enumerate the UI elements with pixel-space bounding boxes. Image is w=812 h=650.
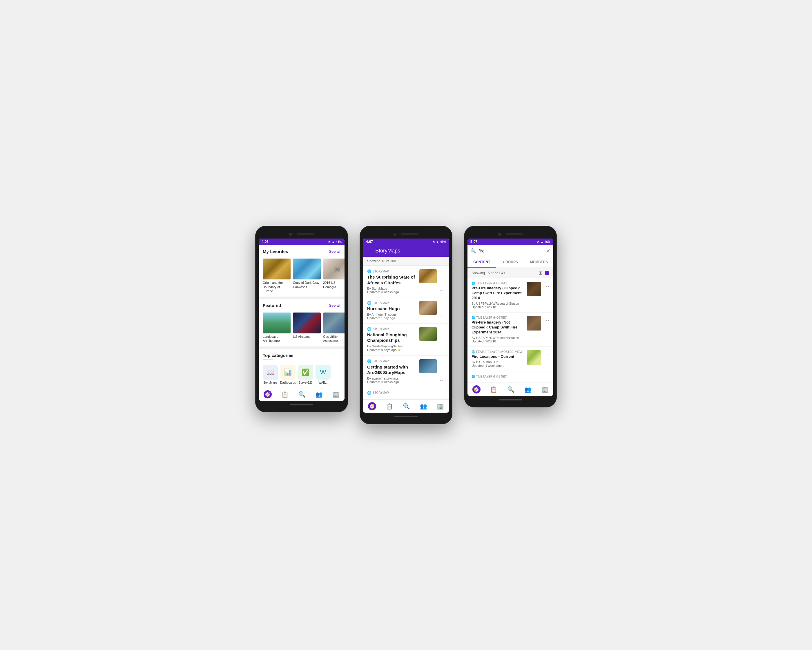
featured-underline [263,310,273,310]
story-author-4: By acarroll_storymaps [367,377,417,380]
featured-item-3[interactable]: Gas Utility Assessme... [323,312,345,343]
tab-content[interactable]: CONTENT [467,257,496,268]
phone-2-top [363,230,449,239]
search-input[interactable]: fire [478,247,546,254]
nav-content[interactable]: 📋 [281,391,288,398]
phone-1-top [259,230,345,239]
story-updated-4: Updated: 4 weeks ago [367,380,417,384]
nav-explore-2[interactable]: 🧭 [368,402,376,410]
cat-item-4[interactable]: W WAB... [316,365,331,384]
explore-icon-2: 🧭 [368,402,376,410]
wab-icon-box: W [316,365,331,380]
story-item-1[interactable]: 🌐 STORYMAP The Surprising State of Afric… [363,266,449,297]
nav-search[interactable]: 🔍 [298,391,306,398]
result-content-1: 🌐 TILE LAYER (HOSTED) Pre-Fire Imagery (… [472,282,524,309]
search-bar: 🔍 fire ✕ [467,245,553,257]
globe-icon-2: 🌐 [367,301,371,305]
nav-explore-3[interactable]: 🧭 [472,385,481,393]
filter-badge: 1 [545,271,549,275]
groups-icon: 👥 [316,391,323,398]
home-bar-1 [290,404,313,405]
fav-label-3: 2016 US Demogra... [323,281,345,289]
nav-content-2[interactable]: 📋 [386,403,393,410]
result-item-2[interactable]: 🌐 TILE LAYER (HOSTED) Pre-Fire Imagery (… [467,312,553,347]
phone-2: 4:07 ☀ ▲ 43% ← StoryMaps Showing 16 of 1… [360,226,452,424]
dashboards-icon: 📊 [284,369,292,376]
content-icon: 📋 [281,391,288,398]
wifi-icon: ▲ [332,240,335,243]
search-icon-3: 🔍 [507,386,514,393]
phone-1-screen: 4:03 ☀ ▲ 44% My favorites See all [259,239,345,401]
story-item-4[interactable]: 🌐 STORYMAP Getting started with ArcGIS S… [363,356,449,387]
survey-icon-box: ✅ [298,365,313,380]
groups-icon-3: 👥 [524,386,531,393]
featured-item-2[interactable]: US Airspace [293,312,321,343]
categories-section-header: Top categories [259,349,345,359]
city-thumbnail [293,258,321,280]
tab-members[interactable]: MEMBERS [525,257,553,268]
explore-icon-3: 🧭 [472,385,481,393]
cat-item-3[interactable]: ✅ Survey123 [298,365,313,384]
nav-org-3[interactable]: 🏢 [541,386,548,393]
nav-groups-2[interactable]: 👥 [420,403,427,410]
storymaps-header: ← StoryMaps [363,245,449,257]
storymaps-icon: 📖 [267,369,274,376]
status-icons-1: ☀ ▲ 44% [328,240,342,243]
nav-org-2[interactable]: 🏢 [437,403,444,410]
nav-explore[interactable]: 🧭 [264,390,272,398]
cat-label-3: Survey123 [299,381,313,384]
verified-icon-3: ✓ [502,364,505,368]
phone-2-bottom [363,413,449,418]
result-type-row-4: 🌐 TILE LAYER (HOSTED) [472,375,549,378]
status-time-2: 4:07 [366,240,373,244]
status-bar-3: 5:07 ☀ ▲ 46% [467,239,553,245]
story-title-2: Hurricane Hugo [367,306,417,312]
result-item-3[interactable]: 🌐 FEATURE LAYER (HOSTED, VIEW) Fire Loca… [467,347,553,372]
survey-icon: ✅ [302,369,310,376]
categories-underline [263,359,273,360]
fav-item-2[interactable]: Copy of Dark Gray Canvases [293,258,321,293]
brightness-icon: ☀ [328,240,331,243]
filter-icon[interactable]: ⊞ [539,270,542,276]
nav-org[interactable]: 🏢 [332,391,340,398]
story-more-3[interactable]: ⋯ [440,346,445,352]
result-more-1[interactable]: ⋯ [544,283,549,289]
story-more-4[interactable]: ⋯ [440,377,445,384]
org-icon-3: 🏢 [541,386,548,393]
nav-groups[interactable]: 👥 [316,391,323,398]
result-more-3[interactable]: ⋯ [544,352,549,358]
search-clear-button[interactable]: ✕ [546,248,550,254]
brightness-icon-2: ☀ [432,240,435,243]
cat-item-2[interactable]: 📊 Dashboards [280,365,296,384]
star-icon-3: ★ [398,348,401,352]
favorites-see-all[interactable]: See all [329,249,340,254]
story-item-2[interactable]: 🌐 STORYMAP Hurricane Hugo By ArringtonT_… [363,297,449,324]
globe-icon-4: 🌐 [367,359,371,363]
nav-content-3[interactable]: 📋 [490,386,498,393]
nav-groups-3[interactable]: 👥 [524,386,531,393]
nav-search-3[interactable]: 🔍 [507,386,514,393]
fav-item-3[interactable]: ◉ 2016 US Demogra... [323,258,345,293]
story-author-3: By GardaMappingSection [367,344,417,348]
cat-item-1[interactable]: 📖 StoryMaps [263,365,278,384]
hugo-thumbnail [419,301,437,315]
result-more-2[interactable]: ⋯ [544,317,549,324]
featured-see-all[interactable]: See all [329,303,340,307]
story-item-3[interactable]: 🌐 STORYMAP National Ploughing Championsh… [363,324,449,356]
fav-item-1[interactable]: Origin and the Boundary of Europe [263,258,291,293]
featured-section-header: Featured See all [259,299,345,309]
story-more-1[interactable]: ⋯ [440,287,445,294]
fav-thumb-2 [293,258,321,280]
back-icon[interactable]: ← [367,248,372,254]
globe-result-2: 🌐 [472,316,475,319]
story-type-row-3: 🌐 STORYMAP [367,327,417,331]
result-item-1[interactable]: 🌐 TILE LAYER (HOSTED) Pre-Fire Imagery (… [467,278,553,312]
status-bar-2: 4:07 ☀ ▲ 43% [363,239,449,245]
nav-search-2[interactable]: 🔍 [403,403,410,410]
tab-groups[interactable]: GROUPS [496,257,525,268]
story-thumb-3 [419,327,437,341]
story-more-2[interactable]: ⋯ [440,314,445,320]
fav-thumb-1 [263,258,291,280]
featured-item-1[interactable]: Landscape Architecture [263,312,291,343]
org-icon: 🏢 [332,391,340,398]
